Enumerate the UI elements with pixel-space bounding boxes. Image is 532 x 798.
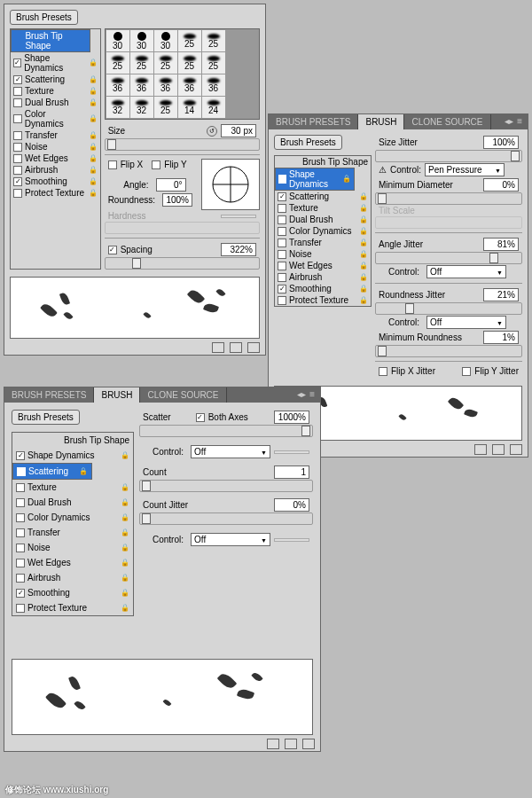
item-color-dynamics[interactable]: Color Dynamics🔒	[11, 108, 100, 129]
menu-icon[interactable]: ≡	[517, 116, 522, 128]
item-airbrush[interactable]: Airbrush🔒	[11, 164, 100, 176]
item3-scattering[interactable]: Scattering🔒	[12, 463, 92, 480]
angle-jitter-input[interactable]: 81%	[483, 238, 519, 251]
trash-icon-2[interactable]	[510, 444, 522, 455]
tilt-slider	[375, 216, 522, 229]
round-control-select[interactable]: Off	[426, 316, 506, 329]
min-round-input[interactable]: 1%	[483, 331, 519, 344]
item3-wet-edges[interactable]: Wet Edges🔒	[12, 555, 133, 570]
brush-options-list-3: Brush Tip Shape Shape Dynamics🔒 Scatteri…	[12, 432, 134, 616]
tab3-presets[interactable]: BRUSH PRESETS	[4, 387, 94, 403]
item3-shape-dynamics[interactable]: Shape Dynamics🔒	[12, 448, 133, 463]
collapse-icon-3[interactable]: ◂▸	[297, 389, 306, 401]
count-slider[interactable]	[139, 480, 313, 492]
toggle-icon[interactable]	[212, 342, 224, 353]
count-input[interactable]: 1	[274, 466, 309, 479]
item3-smoothing[interactable]: Smoothing🔒	[12, 585, 133, 600]
new-icon[interactable]	[230, 342, 242, 353]
min-dia-input[interactable]: 0%	[483, 178, 519, 192]
brush-preset-grid[interactable]: 30 30 30 25 25 25 25 25 25 25 36 36 36 3…	[105, 28, 260, 120]
brush-presets-button-3[interactable]: Brush Presets	[12, 410, 80, 425]
roundness-input[interactable]: 100%	[162, 193, 192, 207]
brush-options-list: Brush Tip Shape Shape Dynamics🔒 Scatteri…	[10, 28, 101, 270]
item-dual-brush[interactable]: Dual Brush🔒	[11, 97, 100, 108]
new-icon-2[interactable]	[492, 444, 505, 455]
angle-widget[interactable]	[201, 159, 260, 210]
brush-preview-3	[12, 659, 313, 735]
item2-transfer[interactable]: Transfer🔒	[275, 237, 371, 248]
round-jitter-input[interactable]: 21%	[483, 288, 519, 301]
item3-texture[interactable]: Texture🔒	[12, 480, 133, 495]
item-noise[interactable]: Noise🔒	[11, 141, 100, 153]
item-transfer[interactable]: Transfer🔒	[11, 129, 100, 141]
min-round-slider[interactable]	[375, 345, 522, 357]
trash-icon-3[interactable]	[302, 739, 315, 749]
item2-wet-edges[interactable]: Wet Edges🔒	[275, 260, 371, 271]
item2-color-dynamics[interactable]: Color Dynamics🔒	[275, 225, 371, 237]
item2-protect[interactable]: Protect Texture🔒	[275, 294, 371, 306]
spacing-input[interactable]: 322%	[221, 243, 256, 256]
item2-brush-tip[interactable]: Brush Tip Shape	[275, 156, 371, 168]
tab3-brush[interactable]: BRUSH	[94, 387, 140, 403]
item-shape-dynamics[interactable]: Shape Dynamics🔒	[11, 52, 100, 74]
item2-texture[interactable]: Texture🔒	[275, 202, 371, 214]
flip-y-checkbox[interactable]	[152, 160, 160, 169]
size-slider[interactable]	[105, 138, 260, 151]
collapse-icon[interactable]: ◂▸	[505, 116, 513, 128]
reset-size-icon[interactable]: ↺	[207, 126, 217, 137]
spacing-checkbox[interactable]	[108, 246, 117, 254]
round-jitter-slider[interactable]	[375, 302, 522, 315]
hardness-slider	[105, 222, 260, 234]
item3-transfer[interactable]: Transfer🔒	[12, 525, 133, 540]
scatter-input[interactable]: 1000%	[274, 411, 309, 424]
scatter-control-select[interactable]: Off	[191, 445, 270, 458]
item3-protect[interactable]: Protect Texture🔒	[12, 600, 133, 615]
item2-smoothing[interactable]: Smoothing🔒	[275, 283, 371, 294]
tab-brush[interactable]: BRUSH	[358, 114, 404, 129]
scatter-slider[interactable]	[139, 425, 313, 437]
count-jitter-input[interactable]: 0%	[274, 498, 309, 512]
angle-jitter-slider[interactable]	[375, 252, 522, 264]
menu-icon-3[interactable]: ≡	[309, 389, 315, 401]
angle-control-select[interactable]: Off	[426, 265, 506, 278]
toggle-icon-2[interactable]	[474, 444, 487, 455]
item-wet-edges[interactable]: Wet Edges🔒	[11, 153, 100, 164]
angle-input[interactable]: 0°	[156, 178, 186, 192]
spacing-slider[interactable]	[105, 257, 260, 270]
trash-icon[interactable]	[247, 342, 260, 353]
item-smoothing[interactable]: Smoothing🔒	[11, 176, 100, 187]
tab-presets[interactable]: BRUSH PRESETS	[269, 114, 358, 129]
size-control-select[interactable]: Pen Pressure	[425, 163, 505, 176]
brush-presets-button-2[interactable]: Brush Presets	[274, 135, 342, 150]
item3-airbrush[interactable]: Airbrush🔒	[12, 570, 133, 585]
tab-clone[interactable]: CLONE SOURCE	[404, 114, 490, 129]
count-jitter-slider[interactable]	[139, 512, 313, 525]
flipx-jitter-checkbox[interactable]	[379, 367, 387, 376]
count-control-select[interactable]: Off	[191, 533, 270, 546]
brush-options-list-2: Brush Tip Shape Shape Dynamics🔒 Scatteri…	[274, 155, 372, 307]
item2-scattering[interactable]: Scattering🔒	[275, 191, 371, 202]
item-brush-tip-shape[interactable]: Brush Tip Shape	[11, 29, 90, 52]
brush-presets-button[interactable]: Brush Presets	[10, 10, 78, 25]
both-axes-checkbox[interactable]	[196, 413, 205, 422]
flipy-jitter-checkbox[interactable]	[462, 367, 471, 376]
item2-airbrush[interactable]: Airbrush🔒	[275, 271, 371, 283]
item-scattering[interactable]: Scattering🔒	[11, 74, 100, 85]
new-icon-3[interactable]	[285, 739, 297, 749]
item3-brush-tip[interactable]: Brush Tip Shape	[12, 433, 133, 448]
size-jitter-input[interactable]: 100%	[483, 136, 519, 149]
tab3-clone[interactable]: CLONE SOURCE	[140, 387, 226, 403]
item-protect-texture[interactable]: Protect Texture🔒	[11, 187, 100, 199]
item3-dual-brush[interactable]: Dual Brush🔒	[12, 495, 133, 510]
size-input[interactable]: 30 px	[221, 124, 256, 137]
item3-noise[interactable]: Noise🔒	[12, 540, 133, 555]
size-jitter-slider[interactable]	[375, 150, 522, 162]
item2-shape-dynamics[interactable]: Shape Dynamics🔒	[275, 168, 355, 191]
flip-x-checkbox[interactable]	[108, 160, 117, 169]
toggle-icon-3[interactable]	[267, 739, 279, 749]
min-dia-slider[interactable]	[375, 192, 522, 205]
item-texture[interactable]: Texture🔒	[11, 85, 100, 97]
item2-dual-brush[interactable]: Dual Brush🔒	[275, 214, 371, 225]
item2-noise[interactable]: Noise🔒	[275, 248, 371, 260]
item3-color-dynamics[interactable]: Color Dynamics🔒	[12, 510, 133, 525]
